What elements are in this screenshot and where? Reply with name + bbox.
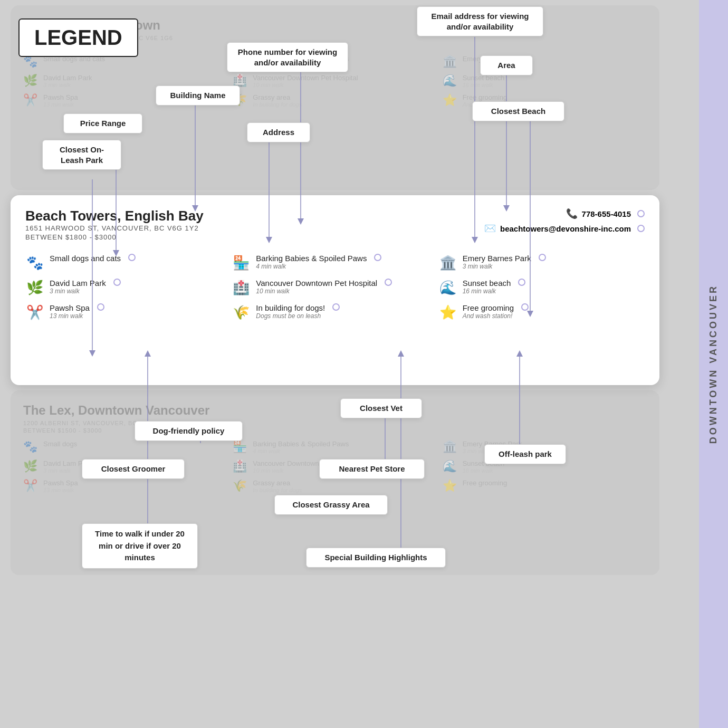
vet-dot — [385, 279, 392, 286]
faded-feature-4: 🌿 David Lam Park3 min walk — [23, 74, 227, 88]
feature-park1: 🌿 David Lam Park 3 min walk — [25, 279, 232, 296]
card-header: Beach Towers, English Bay 1651 HARWOOD S… — [25, 208, 645, 250]
beach-dot — [518, 279, 525, 286]
scissors-icon-bot: ✂️ — [23, 479, 39, 493]
grass-icon: 🌾 — [233, 93, 248, 107]
feature-vet-text: Vancouver Downtown Pet Hospital 10 min w… — [256, 279, 377, 295]
feature-store-text: Barking Babies & Spoiled Paws 4 min walk — [256, 254, 367, 270]
faded-feature-3: 🏛️ Emery Barnes Park — [443, 55, 647, 69]
bottom-feature-2: 🏪 Barking Babies & Spoiled Paws4 min wal… — [233, 440, 437, 454]
leaf-icon: 🌿 — [23, 74, 39, 88]
main-building-name: Beach Towers, English Bay — [25, 208, 204, 224]
bottom-features: 🐾 Small dogs 🏪 Barking Babies & Spoiled … — [23, 440, 647, 493]
feature-beach: 🌊 Sunset beach 16 min walk — [438, 279, 645, 296]
feature-beach-text: Sunset beach 16 min walk — [463, 279, 511, 295]
phone-dot — [637, 210, 645, 217]
feature-col-1: 🐾 Small dogs and cats 🌿 David Lam Park 3… — [25, 254, 232, 321]
store-icon: 🏪 — [233, 55, 248, 69]
feature-vet: 🏥 Vancouver Downtown Pet Hospital 10 min… — [232, 279, 438, 296]
faded-feature-5: 🏥 Vancouver Downtown Pet Hospital10 min … — [233, 74, 437, 88]
park-icon-main: 🏛️ — [438, 255, 457, 271]
card-main: Beach Towers, English Bay 1651 HARWOOD S… — [11, 195, 659, 385]
vet-icon-main: 🏥 — [232, 280, 251, 296]
bottom-feature-8: 🌾 Grassy areaIn building for dogs — [233, 479, 437, 493]
leaf-icon-bot: 🌿 — [23, 459, 39, 473]
hospital-icon: 🏥 — [233, 74, 248, 88]
faded-feature-6: 🌊 Sunset beach16 min walk — [443, 74, 647, 88]
vet-icon-bot: 🏥 — [233, 459, 248, 473]
feature-pets: 🐾 Small dogs and cats — [25, 254, 232, 271]
faded-feature-2: 🏪 Barking Babies & Spoiled Paws — [233, 55, 437, 69]
groomer-dot — [97, 303, 104, 311]
main-phone-row: 📞 778-655-4015 — [566, 208, 645, 219]
sidebar-text: DOWNTOWN VANCOUVER — [708, 284, 719, 444]
bottom-price: BETWEEN $1500 - $3000 — [23, 427, 647, 434]
star-icon-bot: ⭐ — [443, 479, 458, 493]
main-email: beachtowers@devonshire-inc.com — [500, 224, 631, 233]
grass-icon-bot: 🌾 — [233, 479, 248, 493]
grassy-dot — [332, 303, 340, 311]
special-dot — [521, 303, 529, 311]
feature-col-3: 🏛️ Emery Barnes Park 3 min walk 🌊 Sunset… — [438, 254, 645, 321]
park-icon: 🏛️ — [443, 55, 458, 69]
main-container: DOWNTOWN VANCOUVER Pet-friendly Downtown… — [0, 0, 728, 728]
faded-feature-9: ⭐ Free groomingAnd wash station! — [443, 93, 647, 108]
main-card-left: Beach Towers, English Bay 1651 HARWOOD S… — [25, 208, 204, 250]
feature-col-2: 🏪 Barking Babies & Spoiled Paws 4 min wa… — [232, 254, 438, 321]
bottom-feature-6: 🌊 Sunset beach16 min walk — [443, 459, 647, 474]
star-icon-main: ⭐ — [438, 304, 457, 321]
phone-icon: 📞 — [566, 208, 578, 219]
feature-special-text: Free grooming And wash station! — [463, 303, 514, 320]
feature-groomer-text: Pawsh Spa 13 min walk — [50, 303, 90, 320]
store-icon-bot: 🏪 — [233, 440, 248, 454]
bottom-feature-4: 🌿 David Lam Park3 min walk — [23, 459, 227, 474]
scissors-icon-main: ✂️ — [25, 304, 44, 321]
bottom-feature-3: 🏛️ Emery Barnes Park3 min walk — [443, 440, 647, 454]
pets-dot — [128, 254, 136, 261]
paw-icon-main: 🐾 — [25, 255, 44, 271]
paw-icon-bot: 🐾 — [23, 440, 39, 454]
email-icon: ✉️ — [484, 223, 496, 234]
feature-grassy: 🌾 In building for dogs! Dogs must be on … — [232, 303, 438, 321]
top-features: 🐾 Small dogs and cats 🏪 Barking Babies &… — [23, 55, 647, 108]
bottom-feature-5: 🏥 Vancouver Downtown Pet Hospital10 min … — [233, 459, 437, 474]
park2-dot — [539, 254, 546, 261]
legend-title: LEGEND — [18, 18, 138, 57]
bottom-feature-9: ⭐ Free grooming — [443, 479, 647, 493]
email-dot — [637, 225, 645, 232]
store-dot — [374, 254, 381, 261]
bottom-address: 1200 ALBERNI ST, VANCOUVER, BC V6E 1A6 — [23, 420, 647, 426]
sidebar: DOWNTOWN VANCOUVER — [699, 0, 728, 728]
park-icon-bot: 🏛️ — [443, 440, 458, 454]
feature-park2: 🏛️ Emery Barnes Park 3 min walk — [438, 254, 645, 271]
main-address: 1651 HARWOOD ST, VANCOUVER, BC V6G 1Y2 — [25, 224, 204, 232]
cards-area: Pet-friendly Downtown 1651 HARWOOD ST, V… — [0, 0, 699, 728]
main-phone: 778-655-4015 — [582, 209, 631, 218]
feature-store: 🏪 Barking Babies & Spoiled Paws 4 min wa… — [232, 254, 438, 271]
beach-icon-main: 🌊 — [438, 280, 457, 296]
bottom-building-name: The Lex, Downtown Vancouver — [23, 403, 647, 418]
feature-park2-text: Emery Barnes Park 3 min walk — [463, 254, 531, 270]
beach-icon: 🌊 — [443, 74, 458, 88]
feature-special: ⭐ Free grooming And wash station! — [438, 303, 645, 321]
grass-icon-main: 🌾 — [232, 304, 251, 321]
store-icon-main: 🏪 — [232, 255, 251, 271]
star-icon: ⭐ — [443, 93, 458, 107]
bottom-feature-1: 🐾 Small dogs — [23, 440, 227, 454]
main-price: BETWEEN $1800 - $3000 — [25, 233, 204, 241]
feature-grassy-text: In building for dogs! Dogs must be on le… — [256, 303, 325, 320]
main-contact: 📞 778-655-4015 ✉️ beachtowers@devonshire… — [484, 208, 645, 234]
park1-dot — [113, 279, 121, 286]
feature-groomer: ✂️ Pawsh Spa 13 min walk — [25, 303, 232, 321]
main-features-grid: 🐾 Small dogs and cats 🌿 David Lam Park 3… — [25, 254, 645, 321]
feature-pets-text: Small dogs and cats — [50, 254, 121, 263]
beach-icon-bot: 🌊 — [443, 459, 458, 473]
feature-park1-text: David Lam Park 3 min walk — [50, 279, 106, 295]
scissors-icon: ✂️ — [23, 93, 39, 107]
main-email-row: ✉️ beachtowers@devonshire-inc.com — [484, 223, 645, 234]
faded-feature-7: ✂️ Pawsh Spa13 min walk — [23, 93, 227, 108]
faded-feature-8: 🌾 Grassy areaIn building for dogs — [233, 93, 437, 108]
leaf-icon-main: 🌿 — [25, 280, 44, 296]
bottom-feature-7: ✂️ Pawsh Spa13 min walk — [23, 479, 227, 493]
card-bottom-faded: The Lex, Downtown Vancouver 1200 ALBERNI… — [11, 390, 659, 575]
